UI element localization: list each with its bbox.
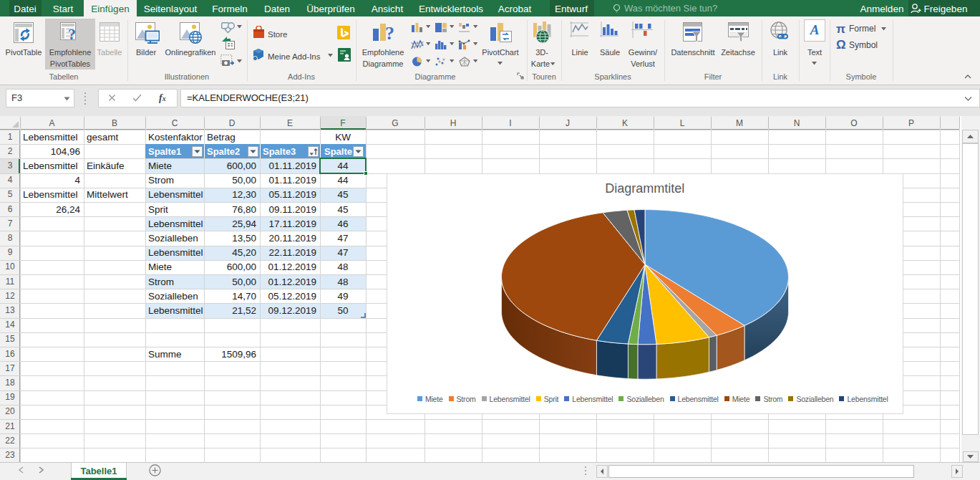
svg-text:?: ?: [385, 23, 394, 43]
svg-text:?: ?: [68, 25, 76, 42]
